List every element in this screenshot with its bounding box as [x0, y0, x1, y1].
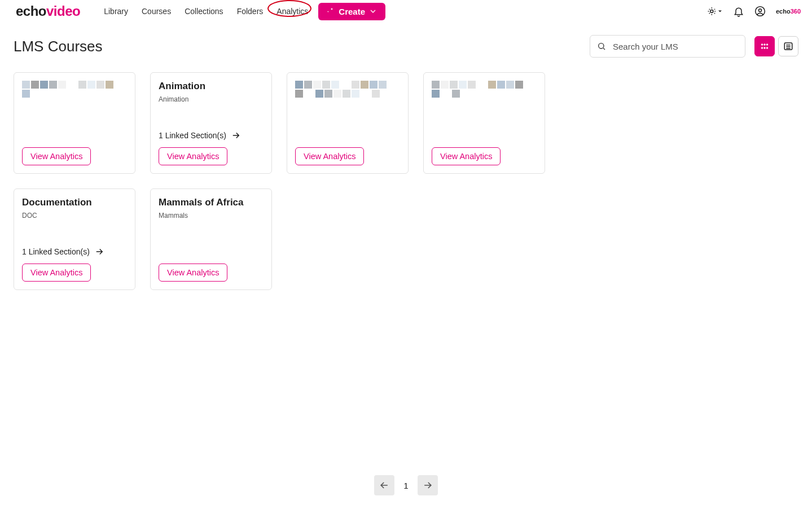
nav-collections[interactable]: Collections — [178, 3, 230, 19]
search-icon — [597, 41, 606, 51]
logo[interactable]: echovideo — [16, 3, 80, 19]
course-card: DocumentationDOC1 Linked Section(s)View … — [14, 188, 135, 290]
card-title: Documentation — [22, 197, 127, 208]
settings-dropdown-icon[interactable] — [707, 6, 723, 17]
nav-courses[interactable]: Courses — [135, 3, 178, 19]
course-card: View Analytics — [423, 72, 545, 174]
linked-sections-link[interactable]: 1 Linked Section(s) — [159, 130, 264, 141]
nav-analytics[interactable]: Analytics — [270, 3, 315, 19]
view-analytics-button[interactable]: View Analytics — [22, 147, 91, 165]
grid-icon — [760, 41, 770, 51]
card-subtitle: Mammals — [159, 212, 264, 220]
nav-folders[interactable]: Folders — [230, 3, 270, 19]
grid-view-button[interactable] — [754, 36, 775, 56]
topbar-icons: echo360 — [707, 6, 801, 17]
search-container[interactable] — [590, 35, 745, 58]
logo-echo: echo — [16, 3, 46, 19]
linked-sections-link[interactable]: 1 Linked Section(s) — [22, 247, 127, 257]
notifications-icon[interactable] — [733, 6, 744, 17]
cards-container: View AnalyticsAnimationAnimation1 Linked… — [0, 58, 677, 290]
list-icon — [783, 41, 793, 51]
arrow-right-icon — [231, 130, 241, 141]
course-card: View Analytics — [287, 72, 409, 174]
course-card: AnimationAnimation1 Linked Section(s)Vie… — [150, 72, 272, 174]
create-button[interactable]: Create — [318, 3, 385, 20]
linked-sections-label: 1 Linked Section(s) — [22, 247, 90, 256]
svg-point-5 — [761, 44, 763, 46]
linked-sections-label: 1 Linked Section(s) — [159, 131, 226, 140]
brandmini-360: 360 — [791, 8, 801, 15]
card-title: Mammals of Africa — [159, 197, 264, 208]
logo-video: video — [46, 3, 80, 19]
svg-point-3 — [758, 9, 761, 12]
view-analytics-button[interactable]: View Analytics — [159, 264, 227, 282]
svg-point-1 — [710, 10, 713, 13]
redacted-title — [295, 81, 397, 98]
view-analytics-button[interactable]: View Analytics — [22, 264, 91, 282]
create-label: Create — [339, 7, 365, 16]
card-title: Animation — [159, 81, 264, 92]
view-analytics-button[interactable]: View Analytics — [159, 147, 227, 165]
top-nav: Library Courses Collections Folders Anal… — [97, 3, 385, 20]
echo360-badge[interactable]: echo360 — [776, 8, 801, 15]
magic-icon — [326, 7, 335, 16]
card-subtitle: DOC — [22, 212, 127, 220]
account-icon[interactable] — [754, 6, 766, 17]
view-analytics-button[interactable]: View Analytics — [295, 147, 364, 165]
course-card: Mammals of AfricaMammalsView Analytics — [150, 188, 272, 290]
svg-point-4 — [599, 43, 604, 49]
arrow-right-icon — [94, 247, 104, 257]
redacted-title — [22, 81, 124, 98]
card-subtitle: Animation — [159, 95, 264, 103]
svg-point-10 — [766, 47, 768, 49]
redacted-title — [432, 81, 533, 98]
nav-analytics-label: Analytics — [276, 7, 308, 16]
nav-library[interactable]: Library — [97, 3, 135, 19]
page-title: LMS Courses — [14, 38, 103, 55]
search-input[interactable] — [613, 42, 738, 51]
course-card: View Analytics — [14, 72, 135, 174]
brandmini-echo: echo — [776, 8, 791, 15]
svg-point-8 — [761, 47, 763, 49]
view-analytics-button[interactable]: View Analytics — [432, 147, 501, 165]
svg-point-6 — [764, 44, 766, 46]
list-view-button[interactable] — [778, 36, 798, 56]
svg-point-9 — [764, 47, 766, 49]
chevron-down-icon — [368, 7, 378, 16]
svg-point-2 — [756, 7, 765, 16]
svg-point-7 — [766, 44, 768, 46]
